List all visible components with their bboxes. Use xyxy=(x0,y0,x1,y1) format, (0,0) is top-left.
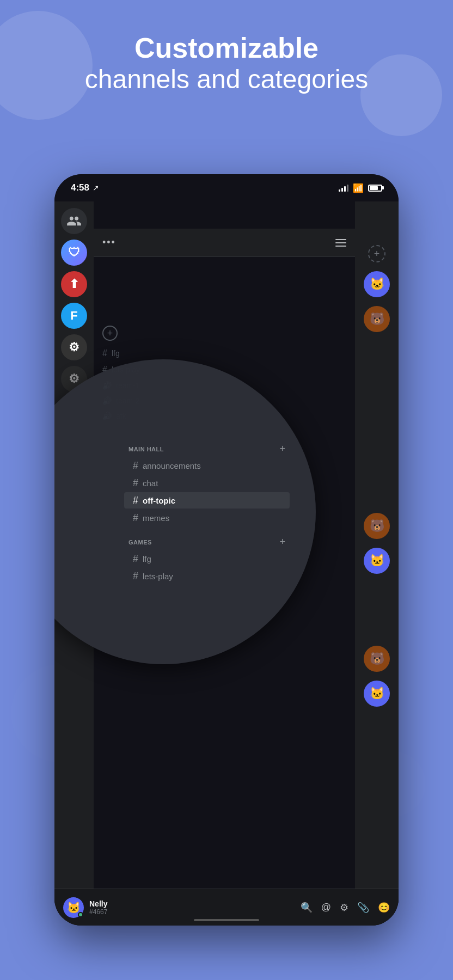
member-avatar-2[interactable]: 🐻 xyxy=(364,306,390,332)
channel-name-lets-play: lets-play xyxy=(143,572,173,581)
channel-memes[interactable]: # memes xyxy=(124,510,290,526)
channel-off-topic[interactable]: # off-topic xyxy=(124,492,290,509)
attachment-action-icon[interactable]: 📎 xyxy=(357,902,369,914)
settings-action-icon[interactable]: ⚙ xyxy=(340,902,348,914)
phone-frame: 4:58 ↗ 📶 🛡 ⬆ xyxy=(54,174,399,926)
hash-icon: # xyxy=(133,571,138,581)
member-avatar-3[interactable]: 🐻 xyxy=(364,513,390,539)
category-games-label: GAMES xyxy=(128,539,152,546)
online-status-dot xyxy=(78,912,83,917)
category-main-hall-add[interactable]: + xyxy=(279,443,285,455)
add-member-button[interactable]: + xyxy=(368,245,385,262)
channel-announcements[interactable]: # announcements xyxy=(124,457,290,474)
category-games-add[interactable]: + xyxy=(279,536,285,548)
channel-lfg[interactable]: # lfg xyxy=(124,550,290,567)
hash-icon: # xyxy=(133,478,138,488)
hash-icon: # xyxy=(133,461,138,470)
bg-add-button[interactable]: + xyxy=(102,326,118,341)
user-actions: 🔍 @ ⚙ 📎 😊 xyxy=(301,902,390,914)
battery-icon xyxy=(368,185,382,192)
server-item-game1[interactable]: 🛡 xyxy=(61,240,87,266)
dots-menu[interactable]: ••• xyxy=(102,237,116,248)
channel-name-announcements: announcements xyxy=(143,461,201,470)
app-area: 🛡 ⬆ F ⚙ ⚙ + + # lfg # lets-play 🔊 team-1 xyxy=(54,201,399,926)
channel-name-lfg: lfg xyxy=(143,554,151,564)
category-main-hall-label: MAIN HALL xyxy=(128,446,164,452)
hash-icon: # xyxy=(133,495,138,505)
hamburger-menu[interactable] xyxy=(335,239,346,247)
channel-chat[interactable]: # chat xyxy=(124,475,290,491)
emoji-action-icon[interactable]: 😊 xyxy=(378,902,390,914)
category-main-hall[interactable]: MAIN HALL + xyxy=(120,439,294,457)
status-bar: 4:58 ↗ 📶 xyxy=(54,174,399,201)
status-time: 4:58 xyxy=(71,182,89,193)
channel-name-chat: chat xyxy=(143,479,158,488)
header-bold: Customizable xyxy=(22,33,431,64)
home-indicator xyxy=(194,919,259,921)
signal-bars-icon xyxy=(339,184,348,192)
header-light: channels and categories xyxy=(22,64,431,95)
members-panel: + 🐱 🐻 🐻 🐱 🐻 🐱 xyxy=(355,201,399,926)
member-avatar-1[interactable]: 🐱 xyxy=(364,271,390,297)
channel-name-memes: memes xyxy=(143,513,169,523)
navigation-icon: ↗ xyxy=(93,183,99,192)
user-avatar-wrap: 🐱 xyxy=(63,897,84,918)
server-item-game4[interactable]: ⚙ xyxy=(61,334,87,360)
user-info: Nelly #4667 xyxy=(89,899,295,916)
user-name: Nelly xyxy=(89,899,295,908)
mention-action-icon[interactable]: @ xyxy=(321,902,331,914)
wifi-icon: 📶 xyxy=(353,183,364,193)
server-header-bar: ••• xyxy=(94,229,355,257)
server-item-game3[interactable]: F xyxy=(61,303,87,329)
category-games[interactable]: GAMES + xyxy=(120,532,294,550)
member-avatar-5[interactable]: 🐻 xyxy=(364,646,390,672)
hash-icon: # xyxy=(133,513,138,523)
member-avatar-6[interactable]: 🐱 xyxy=(364,681,390,707)
header-section: Customizable channels and categories xyxy=(0,33,453,95)
channel-name-off-topic: off-topic xyxy=(143,496,175,505)
server-item-game2[interactable]: ⬆ xyxy=(61,271,87,297)
status-icons: 📶 xyxy=(339,183,382,193)
search-action-icon[interactable]: 🔍 xyxy=(301,902,313,914)
hash-icon: # xyxy=(133,554,138,564)
bg-channel-lfg[interactable]: # lfg xyxy=(102,345,350,362)
user-tag: #4667 xyxy=(89,908,295,916)
member-avatar-4[interactable]: 🐱 xyxy=(364,548,390,574)
channel-lets-play[interactable]: # lets-play xyxy=(124,568,290,584)
server-item-users-icon[interactable] xyxy=(61,208,87,234)
